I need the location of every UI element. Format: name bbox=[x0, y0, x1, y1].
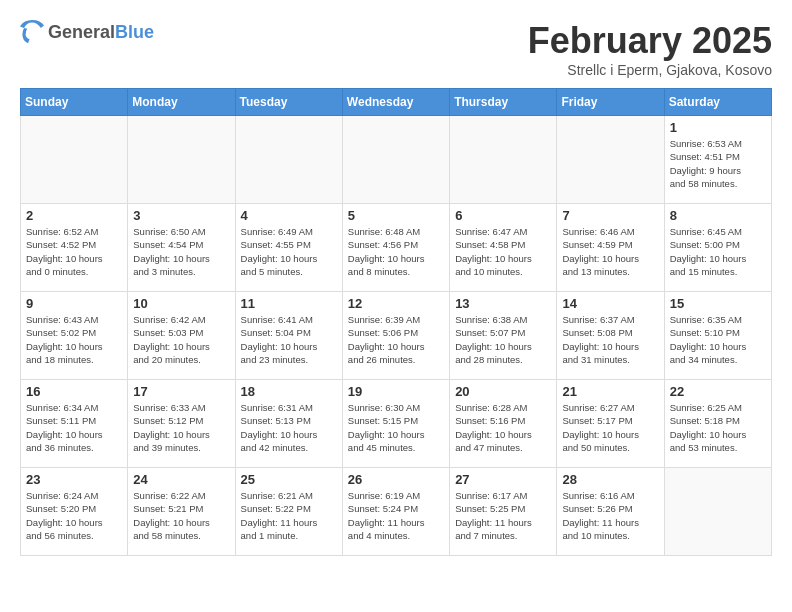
day-number: 6 bbox=[455, 208, 551, 223]
day-number: 13 bbox=[455, 296, 551, 311]
day-number: 24 bbox=[133, 472, 229, 487]
calendar-cell: 17Sunrise: 6:33 AM Sunset: 5:12 PM Dayli… bbox=[128, 380, 235, 468]
day-number: 18 bbox=[241, 384, 337, 399]
day-number: 12 bbox=[348, 296, 444, 311]
day-info: Sunrise: 6:46 AM Sunset: 4:59 PM Dayligh… bbox=[562, 225, 658, 278]
calendar-cell: 27Sunrise: 6:17 AM Sunset: 5:25 PM Dayli… bbox=[450, 468, 557, 556]
page-header: GeneralBlue February 2025 Strellc i Eper… bbox=[20, 20, 772, 78]
day-info: Sunrise: 6:34 AM Sunset: 5:11 PM Dayligh… bbox=[26, 401, 122, 454]
calendar-cell bbox=[557, 116, 664, 204]
day-info: Sunrise: 6:53 AM Sunset: 4:51 PM Dayligh… bbox=[670, 137, 766, 190]
week-row-3: 9Sunrise: 6:43 AM Sunset: 5:02 PM Daylig… bbox=[21, 292, 772, 380]
calendar-cell: 1Sunrise: 6:53 AM Sunset: 4:51 PM Daylig… bbox=[664, 116, 771, 204]
day-info: Sunrise: 6:50 AM Sunset: 4:54 PM Dayligh… bbox=[133, 225, 229, 278]
day-info: Sunrise: 6:37 AM Sunset: 5:08 PM Dayligh… bbox=[562, 313, 658, 366]
day-info: Sunrise: 6:38 AM Sunset: 5:07 PM Dayligh… bbox=[455, 313, 551, 366]
day-number: 20 bbox=[455, 384, 551, 399]
day-number: 7 bbox=[562, 208, 658, 223]
calendar-cell: 8Sunrise: 6:45 AM Sunset: 5:00 PM Daylig… bbox=[664, 204, 771, 292]
calendar-cell: 13Sunrise: 6:38 AM Sunset: 5:07 PM Dayli… bbox=[450, 292, 557, 380]
day-info: Sunrise: 6:22 AM Sunset: 5:21 PM Dayligh… bbox=[133, 489, 229, 542]
day-number: 2 bbox=[26, 208, 122, 223]
day-number: 22 bbox=[670, 384, 766, 399]
day-info: Sunrise: 6:27 AM Sunset: 5:17 PM Dayligh… bbox=[562, 401, 658, 454]
logo: GeneralBlue bbox=[20, 20, 154, 44]
day-info: Sunrise: 6:28 AM Sunset: 5:16 PM Dayligh… bbox=[455, 401, 551, 454]
calendar-cell: 28Sunrise: 6:16 AM Sunset: 5:26 PM Dayli… bbox=[557, 468, 664, 556]
day-number: 5 bbox=[348, 208, 444, 223]
day-info: Sunrise: 6:39 AM Sunset: 5:06 PM Dayligh… bbox=[348, 313, 444, 366]
day-info: Sunrise: 6:52 AM Sunset: 4:52 PM Dayligh… bbox=[26, 225, 122, 278]
day-info: Sunrise: 6:43 AM Sunset: 5:02 PM Dayligh… bbox=[26, 313, 122, 366]
day-header-sunday: Sunday bbox=[21, 89, 128, 116]
day-number: 4 bbox=[241, 208, 337, 223]
calendar-subtitle: Strellc i Eperm, Gjakova, Kosovo bbox=[528, 62, 772, 78]
week-row-4: 16Sunrise: 6:34 AM Sunset: 5:11 PM Dayli… bbox=[21, 380, 772, 468]
calendar-cell bbox=[235, 116, 342, 204]
day-info: Sunrise: 6:31 AM Sunset: 5:13 PM Dayligh… bbox=[241, 401, 337, 454]
calendar-cell: 14Sunrise: 6:37 AM Sunset: 5:08 PM Dayli… bbox=[557, 292, 664, 380]
week-row-5: 23Sunrise: 6:24 AM Sunset: 5:20 PM Dayli… bbox=[21, 468, 772, 556]
calendar-cell: 25Sunrise: 6:21 AM Sunset: 5:22 PM Dayli… bbox=[235, 468, 342, 556]
calendar-cell: 18Sunrise: 6:31 AM Sunset: 5:13 PM Dayli… bbox=[235, 380, 342, 468]
day-info: Sunrise: 6:42 AM Sunset: 5:03 PM Dayligh… bbox=[133, 313, 229, 366]
day-info: Sunrise: 6:48 AM Sunset: 4:56 PM Dayligh… bbox=[348, 225, 444, 278]
logo-general-text: General bbox=[48, 22, 115, 42]
day-number: 9 bbox=[26, 296, 122, 311]
day-info: Sunrise: 6:30 AM Sunset: 5:15 PM Dayligh… bbox=[348, 401, 444, 454]
header-row: SundayMondayTuesdayWednesdayThursdayFrid… bbox=[21, 89, 772, 116]
day-header-tuesday: Tuesday bbox=[235, 89, 342, 116]
day-info: Sunrise: 6:19 AM Sunset: 5:24 PM Dayligh… bbox=[348, 489, 444, 542]
title-block: February 2025 Strellc i Eperm, Gjakova, … bbox=[528, 20, 772, 78]
day-number: 19 bbox=[348, 384, 444, 399]
day-info: Sunrise: 6:21 AM Sunset: 5:22 PM Dayligh… bbox=[241, 489, 337, 542]
day-number: 3 bbox=[133, 208, 229, 223]
calendar-cell: 12Sunrise: 6:39 AM Sunset: 5:06 PM Dayli… bbox=[342, 292, 449, 380]
day-number: 26 bbox=[348, 472, 444, 487]
day-number: 15 bbox=[670, 296, 766, 311]
logo-blue-text: Blue bbox=[115, 22, 154, 42]
calendar-cell: 22Sunrise: 6:25 AM Sunset: 5:18 PM Dayli… bbox=[664, 380, 771, 468]
calendar-cell: 15Sunrise: 6:35 AM Sunset: 5:10 PM Dayli… bbox=[664, 292, 771, 380]
week-row-1: 1Sunrise: 6:53 AM Sunset: 4:51 PM Daylig… bbox=[21, 116, 772, 204]
day-number: 14 bbox=[562, 296, 658, 311]
calendar-cell: 26Sunrise: 6:19 AM Sunset: 5:24 PM Dayli… bbox=[342, 468, 449, 556]
day-info: Sunrise: 6:24 AM Sunset: 5:20 PM Dayligh… bbox=[26, 489, 122, 542]
day-number: 10 bbox=[133, 296, 229, 311]
day-number: 17 bbox=[133, 384, 229, 399]
calendar-cell: 10Sunrise: 6:42 AM Sunset: 5:03 PM Dayli… bbox=[128, 292, 235, 380]
calendar-cell bbox=[21, 116, 128, 204]
calendar-cell bbox=[450, 116, 557, 204]
day-info: Sunrise: 6:33 AM Sunset: 5:12 PM Dayligh… bbox=[133, 401, 229, 454]
calendar-cell: 20Sunrise: 6:28 AM Sunset: 5:16 PM Dayli… bbox=[450, 380, 557, 468]
day-header-wednesday: Wednesday bbox=[342, 89, 449, 116]
day-number: 23 bbox=[26, 472, 122, 487]
calendar-cell: 16Sunrise: 6:34 AM Sunset: 5:11 PM Dayli… bbox=[21, 380, 128, 468]
calendar-cell: 3Sunrise: 6:50 AM Sunset: 4:54 PM Daylig… bbox=[128, 204, 235, 292]
calendar-cell bbox=[664, 468, 771, 556]
day-info: Sunrise: 6:45 AM Sunset: 5:00 PM Dayligh… bbox=[670, 225, 766, 278]
day-info: Sunrise: 6:35 AM Sunset: 5:10 PM Dayligh… bbox=[670, 313, 766, 366]
day-header-saturday: Saturday bbox=[664, 89, 771, 116]
calendar-cell: 9Sunrise: 6:43 AM Sunset: 5:02 PM Daylig… bbox=[21, 292, 128, 380]
day-number: 28 bbox=[562, 472, 658, 487]
logo-icon bbox=[20, 20, 44, 44]
day-number: 25 bbox=[241, 472, 337, 487]
day-number: 8 bbox=[670, 208, 766, 223]
calendar-cell: 11Sunrise: 6:41 AM Sunset: 5:04 PM Dayli… bbox=[235, 292, 342, 380]
calendar-cell bbox=[128, 116, 235, 204]
calendar-cell: 21Sunrise: 6:27 AM Sunset: 5:17 PM Dayli… bbox=[557, 380, 664, 468]
day-number: 21 bbox=[562, 384, 658, 399]
calendar-cell: 19Sunrise: 6:30 AM Sunset: 5:15 PM Dayli… bbox=[342, 380, 449, 468]
calendar-cell: 5Sunrise: 6:48 AM Sunset: 4:56 PM Daylig… bbox=[342, 204, 449, 292]
calendar-cell bbox=[342, 116, 449, 204]
day-info: Sunrise: 6:16 AM Sunset: 5:26 PM Dayligh… bbox=[562, 489, 658, 542]
day-info: Sunrise: 6:47 AM Sunset: 4:58 PM Dayligh… bbox=[455, 225, 551, 278]
calendar-cell: 4Sunrise: 6:49 AM Sunset: 4:55 PM Daylig… bbox=[235, 204, 342, 292]
calendar-cell: 23Sunrise: 6:24 AM Sunset: 5:20 PM Dayli… bbox=[21, 468, 128, 556]
calendar-table: SundayMondayTuesdayWednesdayThursdayFrid… bbox=[20, 88, 772, 556]
day-header-thursday: Thursday bbox=[450, 89, 557, 116]
calendar-cell: 7Sunrise: 6:46 AM Sunset: 4:59 PM Daylig… bbox=[557, 204, 664, 292]
day-number: 27 bbox=[455, 472, 551, 487]
calendar-cell: 6Sunrise: 6:47 AM Sunset: 4:58 PM Daylig… bbox=[450, 204, 557, 292]
